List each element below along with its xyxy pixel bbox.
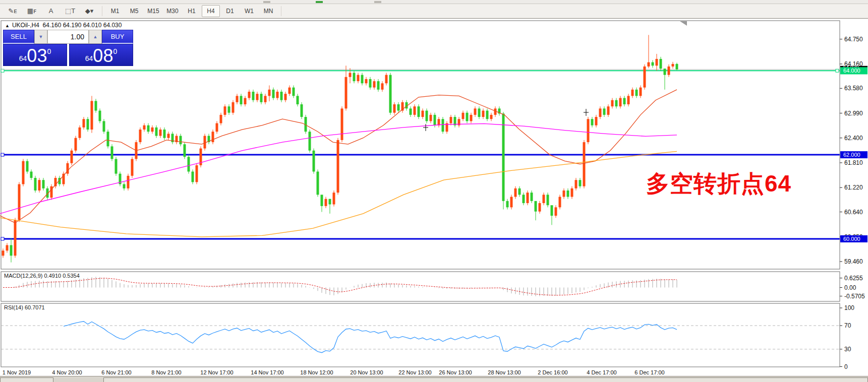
candle-body (22, 161, 25, 184)
one-click-trading-panel: SELL ▼ 1.00 ▲ BUY 64030 64080 (3, 30, 133, 66)
candle-body (539, 203, 541, 212)
candle-body (490, 115, 493, 119)
candle-body (450, 117, 452, 123)
upper-toolbar-partial (0, 0, 868, 4)
elliott-wave-icon[interactable]: ✎ᴇ (4, 5, 22, 17)
candle-body (212, 132, 214, 142)
candle-body (603, 108, 606, 115)
candle-body (99, 111, 101, 121)
candle-body (155, 128, 158, 136)
volume-down-stepper[interactable]: ▼ (34, 30, 47, 44)
fibonacci-grid-icon[interactable]: ▦ꜰ (23, 5, 41, 17)
timeframe-m30-button[interactable]: M30 (163, 5, 182, 17)
candle-body (478, 108, 481, 117)
hline-handle[interactable] (1, 237, 4, 240)
candle-body (180, 136, 182, 145)
buy-button[interactable]: BUY (102, 30, 133, 44)
candle-body (660, 59, 662, 69)
hline-price-label: 62.000 (843, 152, 860, 158)
rsi-pane-border (1, 303, 840, 367)
price-tick-label: 60.640 (844, 209, 863, 216)
candle-body (571, 188, 573, 197)
candle-body (301, 104, 303, 117)
hline-handle[interactable] (1, 153, 4, 156)
candle-body (349, 73, 352, 77)
text-label-icon[interactable]: ⬚T (61, 5, 79, 17)
volume-input[interactable]: 1.00 (47, 30, 89, 44)
time-axis-label: 8 Nov 21:00 (151, 369, 181, 375)
chart-window[interactable]: 64.75064.16063.58062.99062.40061.81061.2… (0, 18, 868, 382)
ohlc-values: 64.160 64.190 64.010 64.030 (43, 22, 122, 29)
price-chart-canvas[interactable]: 64.75064.16063.58062.99062.40061.81061.2… (0, 19, 868, 382)
candle-body (438, 119, 440, 125)
candle-body (385, 75, 388, 84)
candle-body (143, 125, 146, 130)
time-axis-label: 20 Nov 13:00 (350, 369, 383, 375)
timeframe-m15-button[interactable]: M15 (144, 5, 162, 17)
rsi-tick-label: 0 (844, 363, 848, 370)
candle-body (236, 96, 239, 102)
candle-body (357, 75, 360, 82)
sell-button[interactable]: SELL (3, 30, 34, 44)
candle-body (547, 195, 549, 205)
timeframe-h4-button[interactable]: H4 (202, 5, 220, 17)
candle-body (648, 62, 650, 67)
candle-body (91, 101, 93, 130)
time-axis-label: 22 Nov 13:00 (398, 369, 431, 375)
candle-body (619, 98, 622, 106)
hline-handle[interactable] (836, 69, 839, 72)
candle-body (543, 195, 545, 203)
candle-body (369, 79, 372, 88)
candle-body (42, 180, 45, 188)
collapse-triangle-icon[interactable]: ▲ (5, 23, 10, 28)
time-axis-label: 2 Dec 16:00 (538, 369, 567, 375)
candle-body (527, 193, 529, 203)
candle-body (2, 250, 5, 256)
candle-body (228, 106, 230, 113)
volume-up-stepper[interactable]: ▲ (89, 30, 102, 44)
timeframe-w1-button[interactable]: W1 (240, 5, 258, 17)
candle-body (466, 113, 469, 121)
timeframe-m5-button[interactable]: M5 (125, 5, 143, 17)
timeframe-mn-button[interactable]: MN (259, 5, 277, 17)
shapes-dropdown-icon[interactable]: ◆▾ (80, 5, 98, 17)
chart-title: ▲UKOil-,H4 64.160 64.190 64.010 64.030 (5, 22, 122, 29)
sell-price-display[interactable]: 64030 (3, 44, 67, 66)
buy-price-display[interactable]: 64080 (69, 44, 133, 66)
candle-body (418, 106, 420, 117)
candle-body (264, 96, 267, 102)
drawing-tools: ✎ᴇ▦ꜰA⬚T◆▾ (3, 5, 99, 17)
candle-body (252, 92, 255, 100)
candle-body (365, 79, 368, 83)
candle-body (373, 81, 376, 88)
candle-body (510, 197, 513, 208)
scroll-track[interactable] (103, 377, 868, 382)
text-icon[interactable]: A (42, 5, 60, 17)
chinese-annotation-text: 多空转折点64 (646, 168, 791, 200)
candle-body (575, 180, 577, 188)
candle-body (297, 96, 299, 104)
candle-body (567, 190, 569, 197)
chart-toolbar: ✎ᴇ▦ꜰA⬚T◆▾ M1M5M15M30H1H4D1W1MN (0, 4, 868, 18)
bottom-scroll-strip[interactable] (0, 376, 868, 382)
macd-tick-label: 0.6255 (844, 275, 863, 282)
scroll-thumb[interactable] (0, 377, 53, 382)
candle-body (75, 138, 77, 151)
timeframe-m1-button[interactable]: M1 (106, 5, 124, 17)
time-axis-label: 12 Nov 17:00 (200, 369, 233, 375)
candle-body (163, 130, 166, 138)
candle-body (131, 159, 134, 175)
timeframe-h1-button[interactable]: H1 (183, 5, 201, 17)
candle-body (204, 136, 206, 149)
candle-body (107, 132, 109, 146)
toolbar-separator (281, 6, 281, 16)
partial-icon (374, 1, 381, 3)
time-axis-label: 1 Nov 2019 (3, 369, 31, 375)
candle-body (668, 67, 670, 75)
candle-body (518, 188, 521, 195)
timeframe-d1-button[interactable]: D1 (221, 5, 239, 17)
candle-body (414, 106, 416, 115)
candle-body (220, 115, 222, 123)
candle-body (321, 195, 323, 206)
time-axis-label: 6 Nov 21:00 (101, 369, 131, 375)
